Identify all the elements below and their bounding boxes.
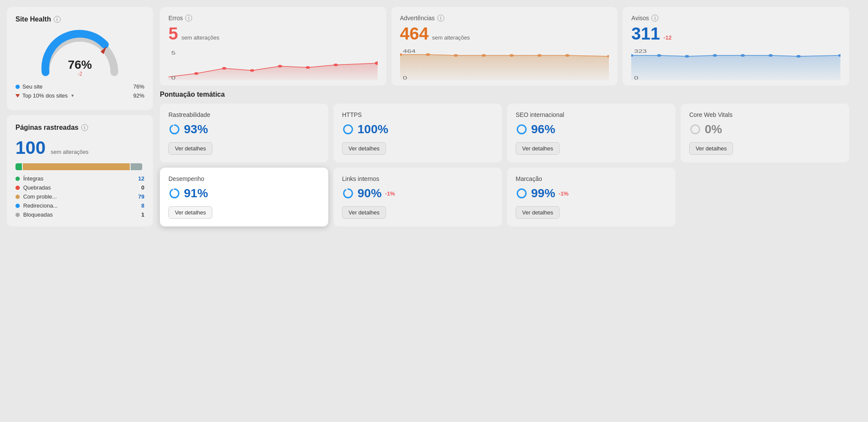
metric-card-avisos: Avisos i 311 -12 — [623, 7, 849, 86]
svg-point-18 — [565, 54, 569, 57]
legend-item-quebradas: Quebradas 0 — [15, 184, 144, 191]
ring-icon-desempenho — [168, 187, 180, 199]
thematic-section-title: Pontuação temática — [160, 91, 849, 98]
site-triangle-red — [15, 94, 20, 98]
ring-icon-links-internos — [342, 187, 354, 199]
score-card-cwv: Core Web Vitals 0% Ver detalhes — [681, 104, 849, 162]
advertencias-info-icon[interactable]: i — [437, 15, 444, 21]
dot-green — [15, 177, 20, 181]
score-percent-rastreabilidade: 93% — [184, 122, 208, 136]
advertencias-value: 464 — [400, 24, 429, 43]
advertencias-title: Advertências i — [400, 15, 609, 21]
thematic-section: Pontuação temática Rastreabilidade 93% V… — [160, 91, 849, 226]
metric-card-advertencias: Advertências i 464 sem alterações — [391, 7, 618, 86]
ver-detalhes-btn-rastreabilidade[interactable]: Ver detalhes — [168, 142, 212, 155]
erros-value: 5 — [168, 24, 178, 43]
svg-point-17 — [537, 54, 541, 57]
site-value-0: 76% — [133, 83, 144, 90]
pages-no-change: sem alterações — [51, 149, 89, 155]
svg-text:5: 5 — [171, 50, 175, 55]
score-value-row-marcacao: 99% -1% — [516, 187, 667, 200]
legend-item-bloqueadas: Bloqueadas 1 — [15, 211, 144, 218]
score-percent-cwv: 0% — [705, 122, 722, 136]
avisos-value-row: 311 -12 — [631, 24, 840, 43]
svg-point-13 — [426, 53, 430, 56]
score-card-rastreabilidade: Rastreabilidade 93% Ver detalhes — [160, 104, 328, 162]
ver-detalhes-btn-desempenho[interactable]: Ver detalhes — [168, 206, 212, 219]
site-health-card: Site Health i 76% -2 — [7, 7, 153, 110]
score-delta-links-internos: -1% — [385, 190, 395, 197]
pages-info-icon[interactable]: i — [81, 124, 88, 131]
svg-point-26 — [741, 54, 745, 57]
site-health-info-icon[interactable]: i — [54, 16, 61, 23]
pages-card-title: Páginas rastreadas i — [15, 124, 144, 131]
ver-detalhes-btn-links-internos[interactable]: Ver detalhes — [342, 206, 386, 219]
site-label-0: Seu site — [22, 83, 43, 90]
gauge-svg: 76% -2 — [37, 29, 123, 76]
ring-icon-cwv — [689, 123, 701, 135]
score-value-row-https: 100% — [342, 122, 493, 136]
pages-count: 100 — [15, 138, 46, 158]
svg-point-23 — [657, 54, 661, 57]
value-redir: 8 — [141, 202, 144, 209]
value-integras: 12 — [138, 175, 144, 182]
ring-icon-seo-int — [516, 123, 528, 135]
score-value-row-seo-int: 96% — [516, 122, 667, 136]
ring-icon-https — [342, 123, 354, 135]
avisos-delta: -12 — [663, 34, 672, 41]
score-name-marcacao: Marcação — [516, 175, 667, 182]
ring-icon-rastreabilidade — [168, 123, 180, 135]
label-redir: Redireciona... — [23, 202, 58, 209]
score-value-row-desempenho: 91% — [168, 187, 320, 200]
avisos-value: 311 — [631, 24, 660, 43]
score-name-seo-int: SEO internacional — [516, 111, 667, 118]
score-name-desempenho: Desempenho — [168, 175, 320, 182]
chevron-down-icon[interactable]: ▾ — [71, 93, 74, 98]
score-percent-marcacao: 99% — [531, 187, 555, 200]
avisos-info-icon[interactable]: i — [651, 15, 658, 21]
ver-detalhes-btn-cwv[interactable]: Ver detalhes — [689, 142, 733, 155]
site-label-1: Top 10% dos sites — [22, 92, 68, 99]
avisos-title: Avisos i — [631, 15, 840, 21]
dot-red — [15, 186, 20, 190]
erros-info-icon[interactable]: i — [185, 15, 192, 21]
ver-detalhes-btn-seo-int[interactable]: Ver detalhes — [516, 142, 559, 155]
ver-detalhes-btn-marcacao[interactable]: Ver detalhes — [516, 206, 559, 219]
segment-gray — [131, 163, 142, 170]
score-name-rastreabilidade: Rastreabilidade — [168, 111, 320, 118]
svg-point-40 — [170, 189, 179, 198]
svg-text:76%: 76% — [68, 58, 92, 71]
site-health-title: Site Health i — [15, 15, 144, 23]
pages-progress-bar — [15, 163, 144, 170]
avisos-chart: 323 0 — [631, 47, 840, 81]
svg-text:0: 0 — [403, 75, 407, 80]
gauge-container: 76% -2 — [15, 29, 144, 76]
label-com-prob: Com proble... — [23, 193, 57, 200]
svg-point-35 — [344, 125, 352, 134]
svg-text:0: 0 — [634, 75, 639, 80]
score-percent-links-internos: 90% — [358, 187, 382, 200]
site-legend-row-1: Seu site 76% — [15, 83, 144, 90]
svg-point-14 — [454, 54, 458, 57]
value-bloqueadas: 1 — [141, 211, 144, 218]
score-value-row-cwv: 0% — [689, 122, 840, 136]
value-quebradas: 0 — [141, 184, 144, 191]
ver-detalhes-btn-https[interactable]: Ver detalhes — [342, 142, 386, 155]
site-legend-row-2: Top 10% dos sites ▾ 92% — [15, 92, 144, 99]
svg-point-15 — [481, 54, 486, 57]
site-dot-blue — [15, 85, 20, 89]
pages-legend-list: Íntegras 12 Quebradas 0 Com proble... 79… — [15, 175, 144, 218]
svg-text:464: 464 — [403, 49, 416, 54]
site-health-label: Site Health — [15, 15, 51, 23]
avisos-label: Avisos — [631, 15, 649, 21]
dot-orange — [15, 195, 20, 199]
svg-point-38 — [691, 125, 700, 134]
score-name-links-internos: Links internos — [342, 175, 493, 182]
svg-point-24 — [685, 55, 689, 58]
score-name-https: HTTPS — [342, 111, 493, 118]
segment-green — [15, 163, 22, 170]
score-percent-desempenho: 91% — [184, 187, 208, 200]
legend-item-com-prob: Com proble... 79 — [15, 193, 144, 200]
score-percent-https: 100% — [358, 122, 388, 136]
svg-point-27 — [769, 54, 773, 57]
